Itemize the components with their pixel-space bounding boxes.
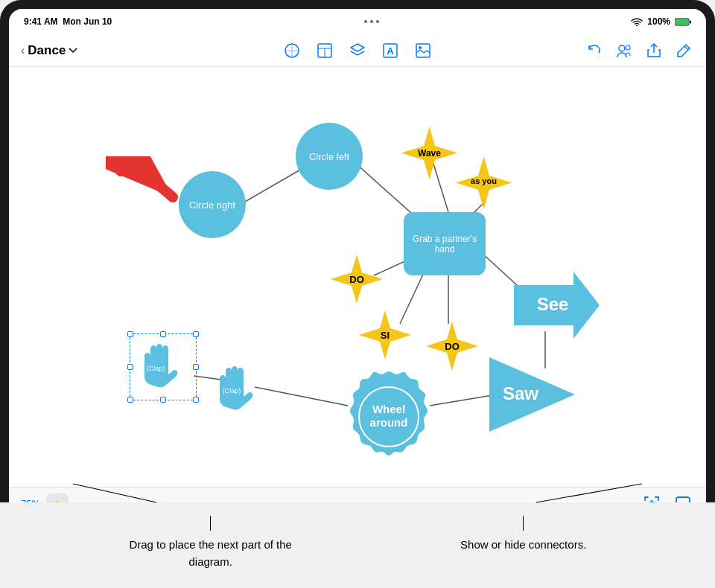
status-bar: 9:41 AM Mon Jun 10 100% — [9, 9, 706, 34]
toolbar-center: A — [282, 40, 433, 61]
canvas[interactable]: Circle left Circle right Wave as you — [9, 67, 706, 520]
shapes-icon[interactable] — [282, 40, 302, 61]
svg-rect-10 — [416, 44, 430, 57]
svg-line-24 — [430, 394, 497, 406]
clap-hand-1-selection: (Clap) — [130, 333, 197, 403]
text-icon[interactable]: A — [380, 40, 401, 61]
svg-text:around: around — [370, 416, 408, 429]
share-icon[interactable] — [644, 40, 664, 61]
svg-rect-3 — [690, 20, 691, 23]
right-description: Show or hide connectors. — [460, 537, 586, 554]
node-wheel-around[interactable]: Wheel around — [340, 368, 437, 465]
node-circle-right[interactable]: Circle right — [179, 171, 246, 238]
left-annotation-line — [210, 516, 212, 531]
dot1 — [364, 20, 367, 23]
left-description: Drag to place the next part of the diagr… — [129, 537, 293, 570]
svg-text:as you: as you — [471, 176, 497, 185]
table-icon[interactable] — [314, 40, 335, 61]
undo-icon[interactable] — [584, 40, 605, 61]
node-grab-label: Grab a partner's hand — [404, 234, 486, 255]
svg-rect-2 — [676, 19, 688, 25]
node-do1[interactable]: DO — [331, 253, 383, 305]
ipad-frame: 9:41 AM Mon Jun 10 100% — [0, 0, 715, 588]
wifi-icon — [631, 17, 643, 26]
toolbar: ‹ Dance — [9, 34, 706, 67]
node-wave[interactable]: Wave — [401, 125, 457, 181]
battery-text: 100% — [647, 16, 670, 27]
svg-point-0 — [636, 25, 638, 27]
node-circle-left-label: Circle left — [309, 151, 349, 162]
node-si[interactable]: SI — [359, 309, 411, 361]
svg-point-11 — [419, 46, 422, 49]
svg-text:A: A — [387, 45, 394, 57]
svg-point-12 — [619, 45, 625, 51]
svg-text:See: See — [537, 294, 569, 314]
right-annotation-line — [523, 516, 524, 531]
svg-text:DO: DO — [445, 341, 460, 352]
node-circle-left[interactable]: Circle left — [296, 123, 363, 190]
svg-line-23 — [255, 387, 348, 406]
svg-text:SI: SI — [381, 330, 390, 341]
battery-icon — [675, 18, 691, 26]
clap-hand-2[interactable]: (Clap) — [209, 356, 268, 422]
svg-text:Wave: Wave — [418, 148, 441, 159]
node-saw[interactable]: Saw — [489, 357, 575, 432]
dot3 — [376, 20, 379, 23]
media-icon[interactable] — [413, 40, 433, 61]
back-button[interactable]: ‹ — [21, 44, 25, 57]
node-see[interactable]: See — [514, 272, 600, 339]
status-time: 9:41 AM Mon Jun 10 — [24, 16, 112, 27]
document-title-button[interactable]: Dance — [28, 43, 77, 58]
node-circle-right-label: Circle right — [189, 199, 235, 211]
edit-icon[interactable] — [673, 40, 694, 61]
status-right: 100% — [631, 16, 691, 27]
dot2 — [370, 20, 373, 23]
svg-text:DO: DO — [349, 274, 364, 285]
ipad-screen: 9:41 AM Mon Jun 10 100% — [9, 9, 706, 579]
svg-point-13 — [626, 45, 630, 50]
title-chevron-icon — [69, 48, 77, 54]
document-title: Dance — [28, 43, 66, 58]
svg-text:Wheel: Wheel — [372, 403, 405, 415]
svg-text:Saw: Saw — [503, 383, 538, 403]
node-as-you[interactable]: as you — [456, 155, 512, 211]
node-do2[interactable]: DO — [426, 320, 478, 372]
toolbar-right — [439, 40, 694, 61]
node-grab[interactable]: Grab a partner's hand — [404, 212, 486, 275]
layers-icon[interactable] — [347, 40, 368, 61]
description-area: Drag to place the next part of the diagr… — [0, 502, 715, 588]
collaborate-icon[interactable] — [614, 40, 635, 61]
svg-text:(Clap): (Clap) — [223, 387, 241, 394]
back-chevron: ‹ — [21, 44, 25, 57]
status-center-dots — [364, 20, 379, 23]
toolbar-left: ‹ Dance — [21, 43, 276, 58]
